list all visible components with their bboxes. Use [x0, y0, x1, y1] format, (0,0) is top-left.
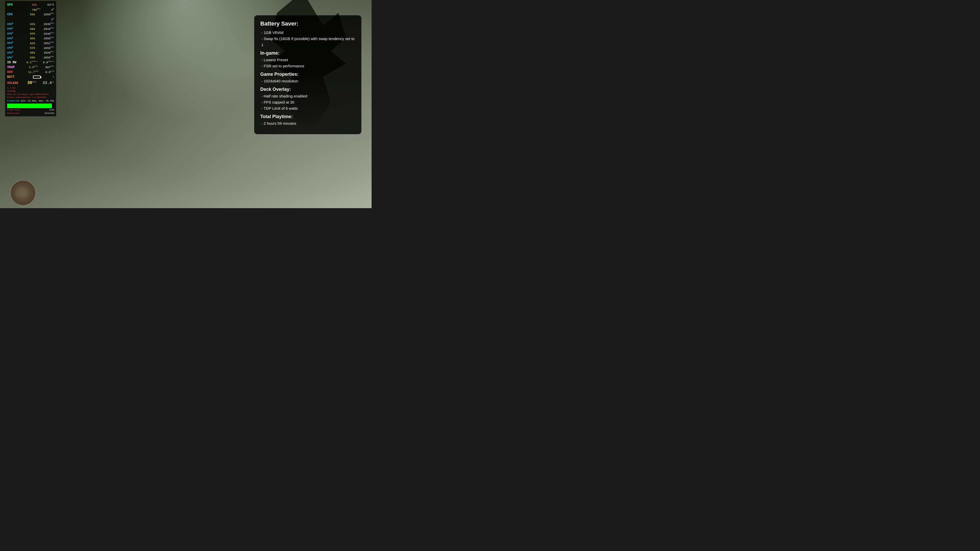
batt-row: BATT ⚡	[7, 75, 54, 79]
gpu-freq-row: 708MHz 2W	[7, 7, 54, 12]
ram-free: 0.0GiB	[45, 70, 54, 75]
frametime-bar-fill	[7, 103, 52, 108]
cpu-freq: 2059MHz	[44, 12, 54, 17]
gameprops-list: - 1024x640 resolution	[260, 78, 355, 84]
cpu-core-7: CPU7 59% 2059MHz	[7, 55, 54, 60]
frame-count-value: 4146	[49, 108, 54, 111]
cpu-core-0: CPU0 62% 2039MHz	[7, 22, 54, 27]
cpu-core-4: CPU4 62% 2051MHz	[7, 41, 54, 46]
gpu-freq: 708MHz	[32, 7, 41, 12]
ingame-item-1: - FSR set to performance	[260, 63, 355, 69]
cpu-core-6: CPU6 60% 2028MHz	[7, 50, 54, 55]
resolution-label: Resolution	[7, 112, 19, 115]
frametime-label: Frametime	[7, 100, 20, 103]
overlay-item-1: - FPS capped at 30	[260, 99, 355, 105]
gpu-name: VanGogh	[7, 90, 54, 92]
resolution-row: Resolution 1024x640	[7, 112, 54, 115]
cpu-core-5: CPU5 52% 2059MHz	[7, 46, 54, 51]
cpu-core-1: CPU1 58% 2043MHz	[7, 27, 54, 32]
playtime-item-0: - 2 hours 59 minutes	[260, 121, 355, 127]
cpu-power: 2W	[51, 17, 54, 22]
ram-row: RAM 11.7GiB 0.0GiB	[7, 70, 54, 75]
batt-charging-icon: ⚡	[52, 75, 54, 79]
info-panel: Battery Saver: - 1GB VRAM - Swap fix (16…	[254, 15, 361, 134]
frametime-label-row: Frametime min: 31.6ms, max: 35.7ms	[7, 99, 54, 103]
gpu-row: GPU 83% 63°C	[7, 3, 54, 7]
battery-icon	[33, 75, 41, 79]
battery-item-1: - Swap fix (16GB if possible) with swap …	[260, 36, 355, 48]
vram-row: VRAM 4.5GiB 687MHz	[7, 65, 54, 70]
overlay-item-2: - TDP Limit of 6 watts	[260, 105, 355, 111]
fps-value: 30FPS	[27, 80, 36, 86]
gpu-power: 2W	[51, 7, 54, 12]
gpu-freq-unit: MHz	[37, 8, 40, 10]
proton-version: Proton experimental-7.0-20221012	[7, 96, 54, 99]
vram-used: 4.5GiB	[29, 65, 38, 70]
ingame-item-0: - Lowest Preset	[260, 57, 355, 63]
frametime-bar-background	[7, 103, 54, 108]
ram-used: 11.7GiB	[28, 70, 38, 75]
battery-saver-list: - 1GB VRAM - Swap fix (16GB if possible)…	[260, 30, 355, 48]
fps-row: VULKAN 30FPS 33.4ms	[7, 80, 54, 86]
vram-label: VRAM	[7, 65, 21, 70]
frame-info-row: Frame Count 4146	[7, 108, 54, 111]
overlay-list: - Half rate shading enabled - FPS capped…	[260, 93, 355, 111]
hud-panel: GPU 83% 63°C 708MHz 2W CPU 59% 2059MHz 2…	[5, 1, 56, 116]
ingame-list: - Lowest Preset - FSR set to performance	[260, 57, 355, 69]
cpu-label: CPU	[7, 12, 21, 17]
vram-freq: 687MHz	[45, 65, 54, 70]
gpu-temp: 63°C	[48, 3, 54, 7]
gameprops-item-0: - 1024x640 resolution	[260, 78, 355, 84]
mesa-version: Mesa 22.2.0-devel (git-03db7b91fb)	[7, 93, 54, 96]
resolution-value: 1024x640	[45, 112, 54, 115]
overlay-item-0: - Half rate shading enabled	[260, 93, 355, 99]
gpu-label: GPU	[7, 3, 21, 7]
panel-title: Battery Saver:	[260, 21, 355, 27]
vulkan-label: VULKAN	[7, 81, 21, 86]
io-write: 0.0MiB/s	[43, 60, 54, 65]
batt-label: BATT	[7, 75, 21, 79]
ingame-title: In-game:	[260, 51, 355, 56]
playtime-list: - 2 hours 59 minutes	[260, 121, 355, 127]
cpu-core-2: CPU2 62% 2036MHz	[7, 32, 54, 36]
cpu-power-row: 2W	[7, 17, 54, 22]
io-read: 0.1MiB/s	[27, 60, 38, 65]
io-row: IO RW 0.1MiB/s 0.0MiB/s	[7, 60, 54, 65]
cpu-core-3: CPU3 60% 2050MHz	[7, 36, 54, 41]
frametime-value: 33.4ms	[42, 80, 54, 86]
gameprops-title: Game Properties:	[260, 72, 355, 77]
vulkan-version: 1.3.211	[7, 87, 54, 89]
frametime-stats: min: 31.6ms, max: 35.7ms	[21, 100, 54, 103]
cpu-percent: 59%	[30, 13, 35, 17]
minimap	[10, 180, 36, 206]
overlay-title: Deck Overlay:	[260, 87, 355, 92]
gpu-percent: 83%	[32, 3, 37, 7]
io-label: IO RW	[7, 60, 21, 65]
battery-item-0: - 1GB VRAM	[260, 30, 355, 36]
ram-label: RAM	[7, 70, 21, 75]
frame-count-label: Frame Count	[7, 108, 21, 111]
playtime-title: Total Playtime:	[260, 114, 355, 119]
cpu-row: CPU 59% 2059MHz	[7, 12, 54, 17]
